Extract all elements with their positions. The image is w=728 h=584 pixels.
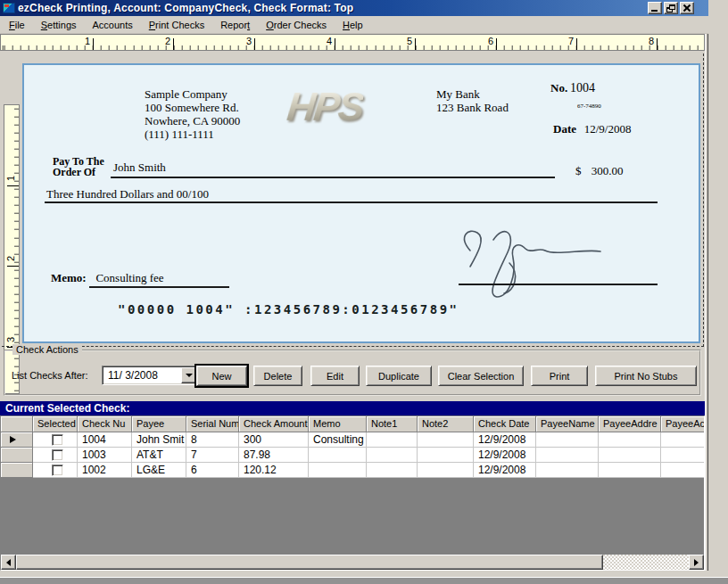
table-cell[interactable] — [418, 448, 474, 463]
ruler-major-tick — [173, 38, 174, 50]
table-cell[interactable]: 300 — [239, 432, 309, 448]
row-selector[interactable] — [1, 432, 33, 448]
table-cell[interactable] — [418, 463, 474, 478]
table-cell[interactable]: 6 — [186, 463, 239, 478]
table-cell[interactable]: 7 — [186, 448, 239, 463]
table-cell[interactable]: 12/9/2008 — [474, 432, 536, 448]
row-selector[interactable] — [1, 463, 33, 478]
column-header[interactable]: PayeeAddre — [599, 416, 661, 432]
ruler-number: 3 — [234, 36, 252, 46]
column-header[interactable]: PayeeName — [536, 416, 599, 432]
table-cell[interactable]: 1003 — [78, 448, 132, 463]
table-cell[interactable] — [536, 432, 599, 448]
table-cell[interactable] — [309, 448, 367, 463]
row-selector[interactable] — [1, 448, 33, 463]
print-button[interactable]: Print — [531, 366, 588, 386]
menu-item[interactable]: Accounts — [85, 18, 141, 32]
table-cell[interactable] — [599, 448, 661, 463]
horizontal-scrollbar[interactable] — [1, 555, 704, 570]
signature-scribble — [451, 227, 611, 300]
ruler-number: 7 — [556, 36, 574, 46]
grid-rows: 1004John Smit8300Consulting12/9/20081003… — [1, 432, 704, 478]
table-row[interactable]: 1004John Smit8300Consulting12/9/2008 — [1, 432, 704, 448]
minimize-button[interactable] — [648, 2, 662, 14]
ruler-major-tick — [93, 38, 94, 50]
ruler-number: 2 — [153, 36, 170, 46]
new-button[interactable]: New — [196, 366, 247, 386]
table-cell[interactable] — [418, 432, 474, 448]
table-cell[interactable] — [661, 448, 705, 463]
scrollbar-track[interactable] — [603, 555, 689, 570]
table-cell[interactable] — [661, 463, 705, 478]
selected-cell — [33, 432, 78, 448]
current-selected-check-caption: Current Selected Check: — [0, 401, 705, 415]
table-cell[interactable] — [536, 448, 599, 463]
ruler-major-tick — [415, 38, 416, 50]
pay-to-label: Pay To The Order Of — [53, 156, 104, 177]
table-cell[interactable] — [309, 463, 367, 478]
table-cell[interactable]: AT&T — [132, 448, 186, 463]
menu-item[interactable]: Print Checks — [141, 18, 212, 32]
duplicate-button[interactable]: Duplicate — [366, 366, 432, 386]
ruler-major-tick — [496, 38, 497, 50]
table-cell[interactable]: 87.98 — [239, 448, 309, 463]
table-cell[interactable]: 120.12 — [239, 463, 309, 478]
table-cell[interactable] — [367, 463, 418, 478]
column-header[interactable]: Check Amount — [239, 416, 309, 432]
combo-dropdown-button[interactable] — [181, 367, 196, 383]
table-cell[interactable] — [367, 448, 418, 463]
horizontal-ruler: 12345678 — [0, 34, 705, 51]
column-header[interactable]: Check Nu — [78, 416, 132, 432]
edit-button[interactable]: Edit — [310, 366, 360, 386]
table-row[interactable]: 1003AT&T787.9812/9/2008 — [1, 448, 704, 463]
scroll-left-button[interactable] — [1, 555, 16, 570]
column-header[interactable]: Payee — [132, 416, 186, 432]
table-cell[interactable] — [536, 463, 599, 478]
menu-item[interactable]: Order Checks — [258, 18, 335, 32]
ruler-number: 5 — [394, 36, 412, 46]
table-row[interactable]: 1002LG&E6120.1212/9/2008 — [1, 463, 704, 478]
column-header[interactable]: Selected — [33, 416, 78, 432]
row-checkbox[interactable] — [52, 449, 63, 461]
row-checkbox[interactable] — [52, 434, 63, 446]
menu-item[interactable]: Report — [212, 18, 258, 32]
table-cell[interactable]: 8 — [186, 432, 239, 448]
ruler-number: 1 — [5, 173, 16, 184]
column-header[interactable]: Memo — [309, 416, 367, 432]
app-icon — [3, 3, 15, 13]
table-cell[interactable]: 12/9/2008 — [474, 463, 536, 478]
column-header[interactable]: Note1 — [367, 416, 418, 432]
column-header[interactable]: PayeeAc — [661, 416, 705, 432]
column-header[interactable]: Note2 — [418, 416, 474, 432]
column-header[interactable]: Check Date — [474, 416, 536, 432]
menu-item[interactable]: Help — [335, 18, 371, 32]
table-cell[interactable] — [661, 432, 705, 448]
check-canvas[interactable]: Sample Company 100 Somewhere Rd. Nowhere… — [22, 63, 700, 343]
table-cell[interactable] — [599, 463, 661, 478]
table-cell[interactable] — [367, 432, 418, 448]
print-no-stubs-button[interactable]: Print No Stubs — [595, 366, 697, 386]
table-cell[interactable]: 1004 — [78, 432, 132, 448]
row-checkbox[interactable] — [52, 465, 63, 476]
scrollbar-thumb[interactable] — [16, 555, 603, 570]
list-date-combobox[interactable]: 11/ 3/2008 — [102, 366, 198, 385]
delete-button[interactable]: Delete — [253, 366, 302, 386]
memo: Memo: Consulting fee — [51, 271, 164, 285]
menu-item[interactable]: Settings — [33, 18, 85, 32]
amount-words: Three Hundred Dollars and 00/100 — [46, 187, 209, 201]
table-cell[interactable]: Consulting — [309, 432, 367, 448]
list-date-value: 11/ 3/2008 — [103, 369, 181, 382]
table-cell[interactable]: John Smit — [132, 432, 186, 448]
menu-item[interactable]: File — [1, 18, 33, 32]
table-cell[interactable] — [599, 432, 661, 448]
clear-selection-button[interactable]: Clear Selection — [438, 366, 524, 386]
close-button[interactable] — [680, 2, 694, 14]
table-cell[interactable]: 1002 — [78, 463, 132, 478]
grid-empty-area — [1, 478, 704, 555]
check-date: Date 12/9/2008 — [553, 122, 631, 136]
table-cell[interactable]: LG&E — [132, 463, 186, 478]
restore-button[interactable] — [664, 2, 678, 14]
column-header[interactable]: Serial Num — [186, 416, 239, 432]
scroll-right-button[interactable] — [689, 555, 704, 570]
table-cell[interactable]: 12/9/2008 — [474, 448, 536, 463]
